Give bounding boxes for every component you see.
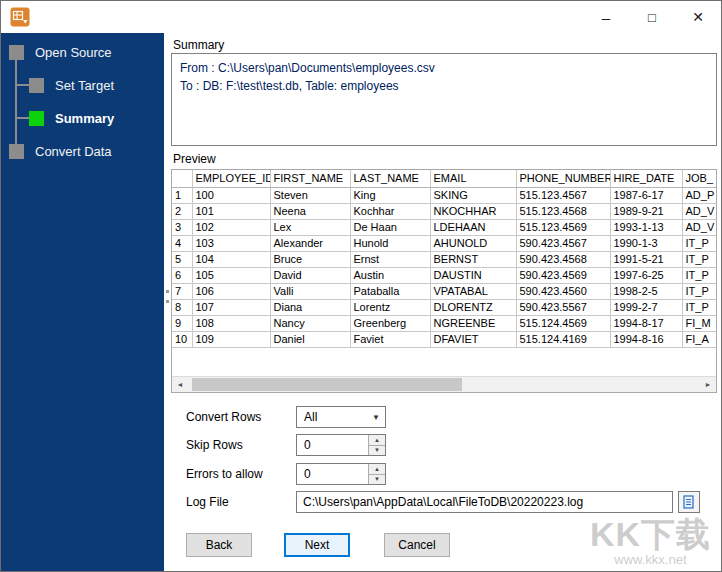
table-cell[interactable]: 515.123.4567 bbox=[516, 187, 610, 203]
convert-rows-select[interactable]: All ▼ bbox=[296, 406, 386, 428]
splitter-handle[interactable] bbox=[164, 281, 170, 311]
column-header[interactable]: PHONE_NUMBER bbox=[516, 170, 610, 187]
row-number-cell[interactable]: 7 bbox=[172, 283, 192, 299]
table-cell[interactable]: 1993-1-13 bbox=[610, 219, 682, 235]
table-cell[interactable]: FI_A bbox=[682, 331, 716, 347]
table-cell[interactable]: SKING bbox=[430, 187, 516, 203]
table-cell[interactable]: Bruce bbox=[270, 251, 350, 267]
table-cell[interactable]: Lorentz bbox=[350, 299, 430, 315]
table-cell[interactable]: 103 bbox=[192, 235, 270, 251]
table-cell[interactable]: IT_P bbox=[682, 283, 716, 299]
table-cell[interactable]: AD_V bbox=[682, 219, 716, 235]
table-cell[interactable]: Alexander bbox=[270, 235, 350, 251]
table-cell[interactable]: BERNST bbox=[430, 251, 516, 267]
table-cell[interactable]: 108 bbox=[192, 315, 270, 331]
table-cell[interactable]: 109 bbox=[192, 331, 270, 347]
table-cell[interactable]: De Haan bbox=[350, 219, 430, 235]
row-number-cell[interactable]: 5 bbox=[172, 251, 192, 267]
table-cell[interactable]: David bbox=[270, 267, 350, 283]
table-cell[interactable]: 590.423.4569 bbox=[516, 267, 610, 283]
scrollbar-thumb[interactable] bbox=[192, 378, 462, 391]
table-cell[interactable]: Faviet bbox=[350, 331, 430, 347]
table-cell[interactable]: Neena bbox=[270, 203, 350, 219]
log-file-input[interactable]: C:\Users\pan\AppData\Local\FileToDB\2022… bbox=[296, 491, 673, 513]
table-cell[interactable]: 105 bbox=[192, 267, 270, 283]
scroll-right-icon[interactable]: ► bbox=[700, 377, 716, 392]
sidebar-item-summary[interactable]: Summary bbox=[29, 111, 114, 126]
table-cell[interactable]: VPATABAL bbox=[430, 283, 516, 299]
back-button[interactable]: Back bbox=[186, 533, 252, 557]
column-header[interactable]: FIRST_NAME bbox=[270, 170, 350, 187]
table-cell[interactable]: 515.124.4569 bbox=[516, 315, 610, 331]
table-cell[interactable]: DLORENTZ bbox=[430, 299, 516, 315]
table-cell[interactable]: LDEHAAN bbox=[430, 219, 516, 235]
table-cell[interactable]: 1987-6-17 bbox=[610, 187, 682, 203]
row-number-cell[interactable]: 9 bbox=[172, 315, 192, 331]
table-cell[interactable]: Diana bbox=[270, 299, 350, 315]
row-number-cell[interactable]: 10 bbox=[172, 331, 192, 347]
table-cell[interactable]: 590.423.4567 bbox=[516, 235, 610, 251]
row-number-cell[interactable]: 4 bbox=[172, 235, 192, 251]
spin-down-icon[interactable]: ▼ bbox=[369, 445, 385, 456]
column-header[interactable]: EMAIL bbox=[430, 170, 516, 187]
table-cell[interactable]: AD_P bbox=[682, 187, 716, 203]
table-cell[interactable]: IT_P bbox=[682, 267, 716, 283]
table-cell[interactable]: 101 bbox=[192, 203, 270, 219]
table-cell[interactable]: 107 bbox=[192, 299, 270, 315]
table-cell[interactable]: AHUNOLD bbox=[430, 235, 516, 251]
table-cell[interactable]: IT_P bbox=[682, 299, 716, 315]
row-number-cell[interactable]: 3 bbox=[172, 219, 192, 235]
table-cell[interactable]: IT_P bbox=[682, 251, 716, 267]
sidebar-item-open-source[interactable]: Open Source bbox=[9, 45, 112, 60]
table-cell[interactable]: 515.123.4569 bbox=[516, 219, 610, 235]
table-cell[interactable]: Ernst bbox=[350, 251, 430, 267]
close-button[interactable]: ✕ bbox=[675, 1, 721, 33]
spin-up-icon[interactable]: ▲ bbox=[369, 464, 385, 474]
table-cell[interactable]: 100 bbox=[192, 187, 270, 203]
scroll-left-icon[interactable]: ◄ bbox=[172, 377, 188, 392]
errors-to-allow-stepper[interactable]: 0 ▲ ▼ bbox=[296, 463, 386, 485]
table-cell[interactable]: Valli bbox=[270, 283, 350, 299]
table-cell[interactable]: Kochhar bbox=[350, 203, 430, 219]
table-cell[interactable]: 1991-5-21 bbox=[610, 251, 682, 267]
table-cell[interactable]: NKOCHHAR bbox=[430, 203, 516, 219]
table-cell[interactable]: 515.124.4169 bbox=[516, 331, 610, 347]
row-number-cell[interactable]: 6 bbox=[172, 267, 192, 283]
minimize-button[interactable]: – bbox=[583, 1, 629, 33]
column-header[interactable]: HIRE_DATE bbox=[610, 170, 682, 187]
maximize-button[interactable]: □ bbox=[629, 1, 675, 33]
table-cell[interactable]: 590.423.4560 bbox=[516, 283, 610, 299]
scrollbar-track[interactable] bbox=[188, 377, 700, 392]
skip-rows-stepper[interactable]: 0 ▲ ▼ bbox=[296, 434, 386, 456]
table-cell[interactable]: Greenberg bbox=[350, 315, 430, 331]
corner-header[interactable] bbox=[172, 170, 192, 187]
table-cell[interactable]: 106 bbox=[192, 283, 270, 299]
table-cell[interactable]: Daniel bbox=[270, 331, 350, 347]
table-cell[interactable]: Pataballa bbox=[350, 283, 430, 299]
table-cell[interactable]: DAUSTIN bbox=[430, 267, 516, 283]
spin-up-icon[interactable]: ▲ bbox=[369, 435, 385, 445]
table-cell[interactable]: DFAVIET bbox=[430, 331, 516, 347]
table-cell[interactable]: AD_V bbox=[682, 203, 716, 219]
table-cell[interactable]: 102 bbox=[192, 219, 270, 235]
sidebar-item-convert-data[interactable]: Convert Data bbox=[9, 144, 112, 159]
table-cell[interactable]: 1989-9-21 bbox=[610, 203, 682, 219]
table-cell[interactable]: 1999-2-7 bbox=[610, 299, 682, 315]
horizontal-scrollbar[interactable]: ◄ ► bbox=[172, 376, 716, 392]
cancel-button[interactable]: Cancel bbox=[384, 533, 450, 557]
table-cell[interactable]: 104 bbox=[192, 251, 270, 267]
titlebar[interactable]: – □ ✕ bbox=[1, 1, 721, 33]
sidebar-item-set-target[interactable]: Set Target bbox=[29, 78, 114, 93]
table-cell[interactable]: Austin bbox=[350, 267, 430, 283]
table-cell[interactable]: 590.423.5567 bbox=[516, 299, 610, 315]
row-number-cell[interactable]: 2 bbox=[172, 203, 192, 219]
table-cell[interactable]: 590.423.4568 bbox=[516, 251, 610, 267]
table-cell[interactable]: Steven bbox=[270, 187, 350, 203]
table-cell[interactable]: NGREENBE bbox=[430, 315, 516, 331]
column-header[interactable]: EMPLOYEE_ID bbox=[192, 170, 270, 187]
spin-down-icon[interactable]: ▼ bbox=[369, 474, 385, 485]
table-cell[interactable]: King bbox=[350, 187, 430, 203]
table-cell[interactable]: Nancy bbox=[270, 315, 350, 331]
table-cell[interactable]: 1994-8-16 bbox=[610, 331, 682, 347]
table-cell[interactable]: 515.123.4568 bbox=[516, 203, 610, 219]
